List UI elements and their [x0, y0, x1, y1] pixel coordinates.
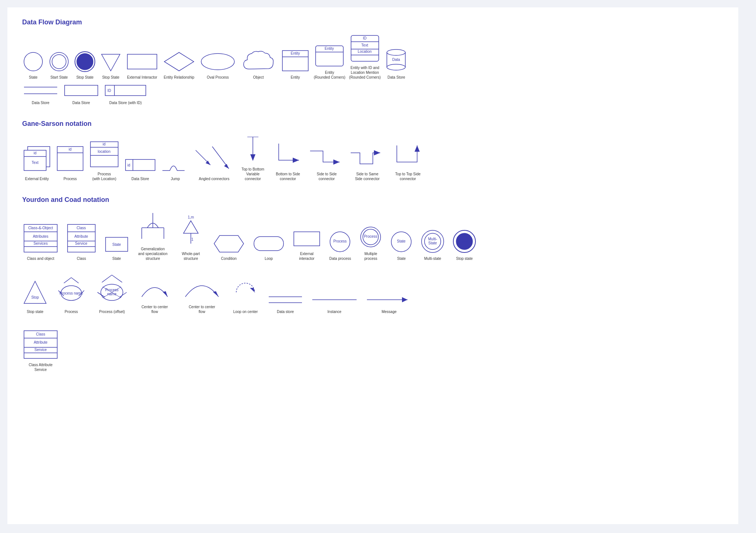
gs-shape-bottom-to-side: Bottom to Sideconnector	[271, 140, 305, 181]
svg-line-110	[112, 275, 122, 282]
svg-text:Stop: Stop	[461, 239, 468, 243]
svg-text:Text: Text	[361, 43, 368, 47]
yc-label-condition: Condition	[221, 256, 237, 261]
gs-label-top-to-bottom: Top to BottomVariableconnector	[241, 167, 264, 181]
svg-marker-125	[402, 297, 408, 302]
svg-point-1	[50, 52, 68, 71]
svg-text:Entity: Entity	[325, 47, 334, 51]
shape-object: Object	[240, 49, 277, 80]
yc-label-data-process: Data process	[329, 256, 351, 261]
svg-point-8	[201, 54, 234, 70]
yc-label-multiple-process: Multipleprocess	[364, 251, 377, 261]
cas-label: Class AttributeService	[29, 362, 52, 372]
yc-label-class: Class	[77, 256, 86, 261]
svg-rect-6	[127, 54, 157, 69]
section-title-gane-sarson: Gane-Sarson notation	[22, 120, 724, 128]
yc-shape-loop-center: Loop on center	[231, 278, 260, 314]
svg-text:Multi-: Multi-	[428, 237, 437, 241]
yc-label-instance: Instance	[327, 309, 341, 314]
yc-shape-stop-state: Stop Stop state	[452, 229, 477, 261]
svg-point-25	[387, 64, 405, 70]
yc-shape-generalization: Generalizationand specializationstructur…	[136, 211, 169, 261]
svg-text:Stop: Stop	[31, 295, 39, 299]
yc-label-message: Message	[382, 309, 397, 314]
svg-marker-101	[24, 281, 46, 303]
gs-label-side-to-side: Side to Sideconnector	[317, 172, 337, 181]
yc-label-loop-center: Loop on center	[233, 309, 258, 314]
svg-text:State: State	[397, 239, 406, 243]
svg-marker-59	[415, 145, 420, 152]
svg-text:Text: Text	[32, 161, 39, 165]
yc-shape-state: State State	[104, 235, 130, 261]
yc-shape-data-process: Process Data process	[328, 230, 352, 261]
dfd-row-1: State Start State Stop State	[22, 34, 724, 80]
gs-shape-side-to-same: Side to SameSide connector	[349, 144, 386, 181]
gs-shape-top-to-bottom: Top to BottomVariableconnector	[238, 135, 268, 181]
shape-state: State	[22, 51, 44, 80]
yc-label-whole-part: Whole-partstructure	[182, 251, 200, 261]
svg-text:Attribute: Attribute	[74, 234, 88, 238]
shape-stop-state-2: Stop State	[100, 51, 122, 80]
svg-text:Entity: Entity	[291, 51, 300, 55]
shape-data-store-lines: Data Store	[22, 83, 59, 105]
svg-rect-85	[254, 237, 284, 251]
yc-label-external-interactor: Externalinteractor	[299, 251, 315, 261]
yc-label-loop: Loop	[265, 256, 273, 261]
svg-text:Class: Class	[36, 332, 45, 336]
svg-text:Class: Class	[76, 226, 86, 230]
yc-label-process-rays: Process	[65, 309, 78, 314]
label-entity-relationship: Entity Relationship	[164, 75, 195, 80]
yc-shape-loop: Loop	[252, 234, 285, 261]
svg-text:id: id	[34, 151, 37, 155]
svg-text:id: id	[127, 163, 130, 167]
svg-marker-58	[374, 150, 380, 155]
yc-shape-state2: State State	[389, 230, 413, 261]
page: Data Flow Diagram State Start State	[7, 7, 738, 524]
svg-point-0	[24, 52, 42, 71]
shape-stop-state-1: Stop State	[74, 51, 96, 80]
svg-text:1,m: 1,m	[188, 215, 194, 219]
svg-text:1: 1	[191, 237, 193, 241]
yc-shape-process-rays: Process name Process	[55, 274, 88, 314]
gs-label-process-location: Process(with Location)	[92, 172, 116, 181]
svg-marker-118	[163, 291, 168, 297]
section-yourdon-coad: Yourdon and Coad notation Class-&-Object…	[22, 196, 724, 314]
gs-label-side-to-same: Side to SameSide connector	[355, 172, 380, 181]
svg-text:Class-&-Object: Class-&-Object	[28, 226, 53, 230]
gs-shape-process-location: id location Process(with Location)	[89, 140, 120, 181]
shape-external-interactor: External Interactor	[126, 51, 159, 80]
yc-label-center-flow-2: Center to centerflow	[189, 305, 215, 314]
svg-line-109	[102, 275, 112, 282]
gs-shape-data-store: id Data Store	[124, 158, 157, 181]
svg-text:State: State	[112, 243, 121, 247]
yc-shape-condition: Condition	[212, 234, 245, 261]
yc-label-stop-state: Stop state	[456, 256, 472, 261]
svg-line-104	[71, 278, 79, 283]
label-stop-state-1: Stop State	[76, 75, 94, 80]
yc-shape-external-interactor: Externalinteractor	[292, 229, 322, 261]
label-stop-state-2: Stop State	[102, 75, 120, 80]
yc-shape-process-offset: Process name Process (offset)	[94, 272, 130, 314]
svg-rect-29	[65, 85, 98, 96]
svg-marker-52	[224, 164, 229, 169]
yc-shape-center-flow-2: Center to centerflow	[180, 273, 224, 314]
svg-marker-56	[293, 158, 299, 163]
cas-shape: Class Attribute Service Class AttributeS…	[22, 329, 59, 372]
yc-row-1: Class-&-Object Attributes Services Class…	[22, 211, 724, 261]
svg-marker-120	[250, 288, 255, 292]
yc-shape-multiple-process: Process Multipleprocess	[359, 225, 383, 261]
svg-rect-86	[294, 232, 320, 246]
yc-label-multistate: Multi-state	[424, 256, 441, 261]
gs-shape-jump: Jump	[161, 158, 190, 181]
label-data-store-id: Data Store (with ID)	[109, 100, 142, 105]
yc-label-center-flow-1: Center to centerflow	[141, 305, 168, 314]
svg-text:Process: Process	[364, 234, 377, 238]
shape-data-store-cylinder: Data Data Store	[384, 47, 408, 80]
gs-shape-side-to-side: Side to Sideconnector	[308, 144, 345, 181]
yc-shape-class: Class Attribute Service Class	[66, 223, 97, 261]
label-entity-with-id: Entity with ID andLocation Mention(Round…	[349, 65, 381, 80]
shape-entity-1: Entity Entity	[281, 49, 310, 80]
svg-text:name: name	[107, 292, 116, 296]
yc-shape-class-object: Class-&-Object Attributes Services Class…	[22, 223, 59, 261]
svg-text:State: State	[428, 241, 437, 245]
